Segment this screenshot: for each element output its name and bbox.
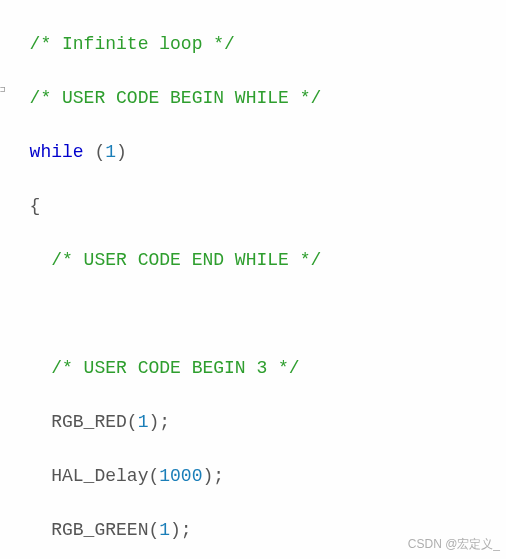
number-literal: 1 — [138, 412, 149, 432]
line-end: ); — [202, 466, 224, 486]
paren: ) — [116, 142, 127, 162]
code-line: { — [8, 193, 506, 220]
code-line: /* USER CODE BEGIN WHILE */ — [8, 85, 506, 112]
code-line: /* USER CODE BEGIN 3 */ — [8, 355, 506, 382]
line-end: ); — [148, 412, 170, 432]
comment-text: /* USER CODE BEGIN 3 */ — [51, 358, 299, 378]
watermark-text: CSDN @宏定义_ — [408, 535, 500, 553]
fn-call: RGB_RED( — [51, 412, 137, 432]
line-end: ); — [170, 520, 192, 540]
code-line: /* USER CODE END WHILE */ — [8, 247, 506, 274]
fn-call: RGB_GREEN( — [51, 520, 159, 540]
code-line — [8, 301, 506, 328]
comment-text: /* Infinite loop */ — [30, 34, 235, 54]
comment-text: /* USER CODE END WHILE */ — [51, 250, 321, 270]
code-line: RGB_RED(1); — [8, 409, 506, 436]
code-block: /* Infinite loop */ /* USER CODE BEGIN W… — [0, 0, 506, 559]
code-line: while (1) — [8, 139, 506, 166]
code-line: /* Infinite loop */ — [8, 31, 506, 58]
gutter-mark: ⊐ — [0, 86, 5, 95]
number-literal: 1 — [105, 142, 116, 162]
number-literal: 1 — [159, 520, 170, 540]
paren: ( — [84, 142, 106, 162]
keyword-while: while — [30, 142, 84, 162]
fn-call: HAL_Delay( — [51, 466, 159, 486]
comment-text: /* USER CODE BEGIN WHILE */ — [30, 88, 322, 108]
number-literal: 1000 — [159, 466, 202, 486]
brace: { — [30, 196, 41, 216]
code-line: HAL_Delay(1000); — [8, 463, 506, 490]
